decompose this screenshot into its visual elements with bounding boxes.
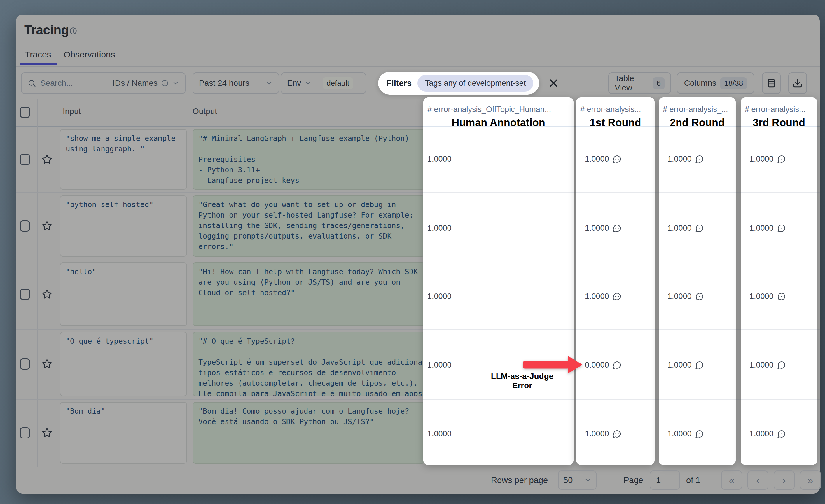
row-divider bbox=[423, 192, 574, 193]
table-view-button[interactable]: Table View 6 bbox=[608, 72, 671, 94]
input-cell[interactable]: "Bom dia" bbox=[60, 402, 187, 464]
score-value: 0.0000 bbox=[585, 360, 621, 369]
comment-icon[interactable] bbox=[613, 155, 621, 163]
select-all-checkbox[interactable] bbox=[20, 107, 30, 118]
annotation-label: 1st Round bbox=[576, 117, 655, 129]
bookmark-star-icon[interactable] bbox=[42, 289, 53, 300]
output-cell[interactable]: "# Minimal LangGraph + Langfuse example … bbox=[193, 129, 425, 189]
search-icon bbox=[27, 79, 36, 87]
bookmark-star-icon[interactable] bbox=[42, 358, 53, 369]
column-header-input[interactable]: Input bbox=[63, 107, 81, 116]
table-view-label: Table View bbox=[615, 74, 649, 92]
columns-label: Columns bbox=[684, 78, 716, 88]
row-checkbox[interactable] bbox=[20, 427, 30, 438]
prev-page-button[interactable]: ‹ bbox=[747, 471, 768, 490]
columns-button[interactable]: Columns 18/38 bbox=[677, 72, 754, 94]
last-page-button[interactable]: » bbox=[800, 471, 821, 490]
row-divider bbox=[576, 192, 655, 193]
score-column-header[interactable]: # error-analysis_... bbox=[659, 105, 736, 114]
rows-per-page-label: Rows per page bbox=[491, 471, 548, 490]
next-page-button[interactable]: › bbox=[774, 471, 795, 490]
comment-icon[interactable] bbox=[777, 429, 786, 438]
comment-icon[interactable] bbox=[777, 155, 786, 163]
bookmark-star-icon[interactable] bbox=[42, 427, 53, 438]
time-range-button[interactable]: Past 24 hours bbox=[193, 72, 279, 94]
score-value: 1.0000 bbox=[427, 155, 452, 164]
env-filter-button[interactable]: Env default bbox=[281, 72, 366, 94]
row-divider bbox=[659, 329, 736, 330]
row-checkbox[interactable] bbox=[20, 358, 30, 369]
comment-icon[interactable] bbox=[613, 360, 621, 369]
search-mode-label[interactable]: IDs / Names bbox=[112, 78, 157, 88]
output-cell[interactable]: "# O que é TypeScript? TypeScript é um s… bbox=[193, 332, 425, 396]
bookmark-star-icon[interactable] bbox=[42, 154, 53, 165]
comment-icon[interactable] bbox=[777, 360, 786, 369]
export-button[interactable] bbox=[788, 72, 807, 94]
rows-icon bbox=[766, 78, 776, 88]
comment-icon[interactable] bbox=[777, 292, 786, 301]
row-height-button[interactable] bbox=[762, 72, 781, 94]
page-number-input[interactable] bbox=[650, 471, 680, 490]
clear-filter-icon[interactable] bbox=[547, 77, 560, 89]
score-column-header[interactable]: # error-analysis... bbox=[741, 105, 817, 114]
row-divider bbox=[576, 399, 655, 400]
info-icon[interactable] bbox=[69, 27, 77, 35]
comment-icon[interactable] bbox=[695, 224, 704, 233]
score-value: 1.0000 bbox=[427, 429, 452, 438]
row-checkbox[interactable] bbox=[20, 221, 30, 232]
score-column-header[interactable]: # error-analysis_OffTopic_Human... bbox=[423, 105, 574, 114]
filters-pill[interactable]: Filters Tags any of development-set bbox=[378, 72, 539, 94]
input-cell[interactable]: "python self hosted" bbox=[60, 195, 187, 257]
bookmark-star-icon[interactable] bbox=[42, 221, 53, 232]
comment-icon[interactable] bbox=[695, 155, 704, 163]
page-total-label: of 1 bbox=[686, 471, 700, 490]
output-cell[interactable]: "Great—what do you want to set up or deb… bbox=[193, 195, 425, 257]
score-column-header[interactable]: # error-analysis... bbox=[576, 105, 655, 114]
tab-observations[interactable]: Observations bbox=[64, 50, 115, 60]
row-divider bbox=[423, 399, 574, 400]
chevron-down-icon bbox=[266, 80, 273, 87]
column-header-output[interactable]: Output bbox=[193, 107, 217, 116]
row-checkbox[interactable] bbox=[20, 289, 30, 300]
error-annotation-label: LLM-as-a-Judge Error bbox=[480, 371, 564, 390]
filter-chip-tags[interactable]: Tags any of development-set bbox=[418, 75, 533, 92]
comment-icon[interactable] bbox=[695, 429, 704, 438]
output-cell[interactable]: "Hi! How can I help with Langfuse today?… bbox=[193, 262, 425, 326]
env-value-badge: default bbox=[323, 77, 353, 89]
score-value: 1.0000 bbox=[585, 429, 621, 438]
search-input[interactable] bbox=[40, 78, 109, 88]
row-divider bbox=[659, 399, 736, 400]
first-page-button[interactable]: « bbox=[721, 471, 742, 490]
row-divider bbox=[659, 260, 736, 260]
input-cell[interactable]: "show me a simple example using langgrap… bbox=[60, 129, 187, 189]
score-value: 1.0000 bbox=[585, 155, 621, 164]
score-value: 1.0000 bbox=[749, 224, 786, 233]
comment-icon[interactable] bbox=[695, 292, 704, 301]
output-cell[interactable]: "Bom dia! Como posso ajudar com o Langfu… bbox=[193, 402, 425, 464]
chevron-down-icon bbox=[305, 80, 312, 87]
row-divider bbox=[576, 329, 655, 330]
active-tab-underline bbox=[19, 63, 58, 65]
comment-icon[interactable] bbox=[613, 224, 621, 233]
row-divider bbox=[659, 192, 736, 193]
score-value: 1.0000 bbox=[749, 155, 786, 164]
row-divider bbox=[576, 260, 655, 260]
comment-icon[interactable] bbox=[613, 429, 621, 438]
row-divider bbox=[741, 329, 817, 330]
comment-icon[interactable] bbox=[777, 224, 786, 233]
table-view-count-badge: 6 bbox=[653, 77, 665, 89]
input-cell[interactable]: "hello" bbox=[60, 262, 187, 326]
time-range-label: Past 24 hours bbox=[199, 78, 249, 88]
filters-label: Filters bbox=[386, 78, 411, 88]
page-title: Tracing bbox=[24, 23, 69, 37]
rows-per-page-value: 50 bbox=[563, 476, 573, 485]
annotation-label: 2nd Round bbox=[659, 117, 736, 129]
rows-per-page-select[interactable]: 50 bbox=[558, 471, 597, 490]
comment-icon[interactable] bbox=[613, 292, 621, 301]
row-checkbox[interactable] bbox=[20, 154, 30, 165]
score-value: 1.0000 bbox=[749, 429, 786, 438]
search-box[interactable]: IDs / Names bbox=[21, 72, 185, 94]
tab-traces[interactable]: Traces bbox=[25, 50, 51, 60]
input-cell[interactable]: "O que é typescript" bbox=[60, 332, 187, 396]
comment-icon[interactable] bbox=[695, 360, 704, 369]
